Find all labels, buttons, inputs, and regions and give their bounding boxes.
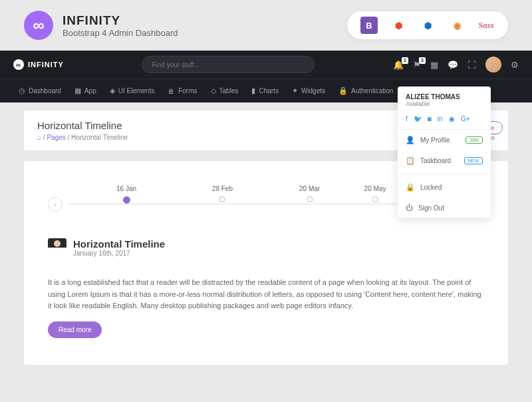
menu-dashboard[interactable]: ◷Dashboard — [13, 87, 66, 95]
infinity-icon: ∞ — [13, 59, 24, 70]
sass-icon: Sass — [477, 17, 495, 34]
star-icon: ✦ — [292, 87, 298, 95]
taskboard-badge: NEW — [464, 157, 483, 164]
navbar: ∞ INFINITY 🔔2 ⚑3 ▦ 💬 ⛶ ⚙ — [0, 51, 532, 79]
timeline-prev-button[interactable]: ‹ — [48, 197, 63, 212]
timeline-event: Horizontal Timeline January 16th, 2017 — [48, 238, 484, 269]
breadcrumb: ⌂ / Pages / Horizontal Timeline — [37, 134, 128, 141]
file-icon: 🗎 — [168, 87, 175, 95]
crumb-current: Horizontal Timeline — [71, 134, 128, 141]
menu-auth[interactable]: 🔒Authentication — [333, 87, 398, 95]
css3-icon: ⬢ — [419, 17, 436, 34]
banner-subtitle: Bootstrap 4 Admin Dashboard — [63, 28, 178, 38]
menu-widgets[interactable]: ✦Widgets — [287, 87, 331, 95]
timeline-point[interactable]: 20 Mar — [299, 185, 320, 202]
nav-brand[interactable]: ∞ INFINITY — [13, 59, 64, 70]
twitter-icon[interactable]: 🐦 — [414, 115, 422, 122]
crumb-pages[interactable]: Pages — [47, 134, 65, 141]
menu-ui[interactable]: ◈UI Elements — [104, 87, 160, 95]
timeline-point[interactable]: 28 Feb — [212, 185, 233, 202]
chat-icon[interactable]: 💬 — [448, 60, 458, 70]
linkedin-icon[interactable]: in — [438, 115, 443, 122]
logo-icon: ∞ — [24, 11, 53, 40]
settings-icon[interactable]: ⚙ — [511, 60, 519, 70]
dropdown-status: Available — [406, 100, 483, 107]
dropdown-signout[interactable]: ⏻Sign Out — [398, 198, 491, 218]
dropdown-social: f 🐦 ◙ in ◉ G+ — [398, 111, 491, 130]
banner-left: ∞ INFINITY Bootstrap 4 Admin Dashboard — [24, 11, 178, 40]
menu-forms[interactable]: 🗎Forms — [162, 87, 202, 95]
dribbble-icon[interactable]: ◉ — [449, 115, 455, 122]
user-dropdown: ALIZEE THOMAS Available f 🐦 ◙ in ◉ G+ 👤M… — [398, 87, 491, 218]
grunt-icon: ◉ — [448, 17, 466, 34]
flag-icon[interactable]: ⚑3 — [413, 60, 421, 70]
event-title: Horizontal Timeline — [73, 238, 165, 250]
html5-icon: ⬢ — [390, 17, 407, 34]
event-body: It is a long established fact that a rea… — [48, 277, 484, 312]
dropdown-username: ALIZEE THOMAS — [406, 93, 483, 100]
menu-tables[interactable]: ◇Tables — [205, 87, 244, 95]
menu-charts[interactable]: ▮Charts — [246, 87, 283, 95]
gauge-icon: ◷ — [19, 87, 25, 95]
timeline-point[interactable]: 20 May — [364, 185, 386, 202]
dropdown-taskboard[interactable]: 📋Taskboard NEW — [398, 150, 491, 171]
user-icon: 👤 — [406, 136, 415, 144]
dropdown-profile[interactable]: 👤My Profile 30% — [398, 130, 491, 150]
event-date: January 16th, 2017 — [73, 250, 165, 257]
bell-icon[interactable]: 🔔2 — [393, 60, 404, 70]
facebook-icon[interactable]: f — [406, 115, 408, 122]
read-more-button[interactable]: Read more — [48, 321, 102, 338]
bootstrap-icon: B — [360, 17, 378, 34]
gplus-icon[interactable]: G+ — [461, 115, 470, 122]
page-title: Horizontal Timeline — [37, 120, 128, 131]
power-icon: ⏻ — [406, 204, 413, 212]
menu-app[interactable]: ▦App — [69, 87, 102, 95]
nav-icons: 🔔2 ⚑3 ▦ 💬 ⛶ ⚙ — [393, 57, 519, 73]
avatar[interactable] — [485, 57, 501, 73]
event-avatar — [48, 238, 66, 269]
dropdown-locked[interactable]: 🔒Locked — [398, 177, 491, 198]
tag-icon: ◇ — [211, 87, 216, 95]
lock-icon: 🔒 — [406, 183, 415, 192]
search-input[interactable] — [142, 56, 315, 73]
app-icon: ▦ — [74, 87, 81, 95]
fullscreen-icon[interactable]: ⛶ — [467, 60, 476, 70]
timeline-point[interactable]: 16 Jan — [116, 185, 136, 204]
banner-title: INFINITY — [63, 13, 178, 28]
lock-icon: 🔒 — [338, 87, 348, 95]
tech-pills: B ⬢ ⬢ ◉ Sass — [347, 11, 508, 39]
home-icon[interactable]: ⌂ — [37, 134, 41, 141]
instagram-icon[interactable]: ◙ — [428, 115, 432, 122]
grid-icon[interactable]: ▦ — [430, 60, 438, 70]
layers-icon: ◈ — [110, 87, 115, 95]
profile-badge: 30% — [466, 136, 483, 144]
chart-icon: ▮ — [251, 87, 255, 95]
clipboard-icon: 📋 — [406, 156, 415, 165]
top-banner: ∞ INFINITY Bootstrap 4 Admin Dashboard B… — [0, 0, 532, 51]
